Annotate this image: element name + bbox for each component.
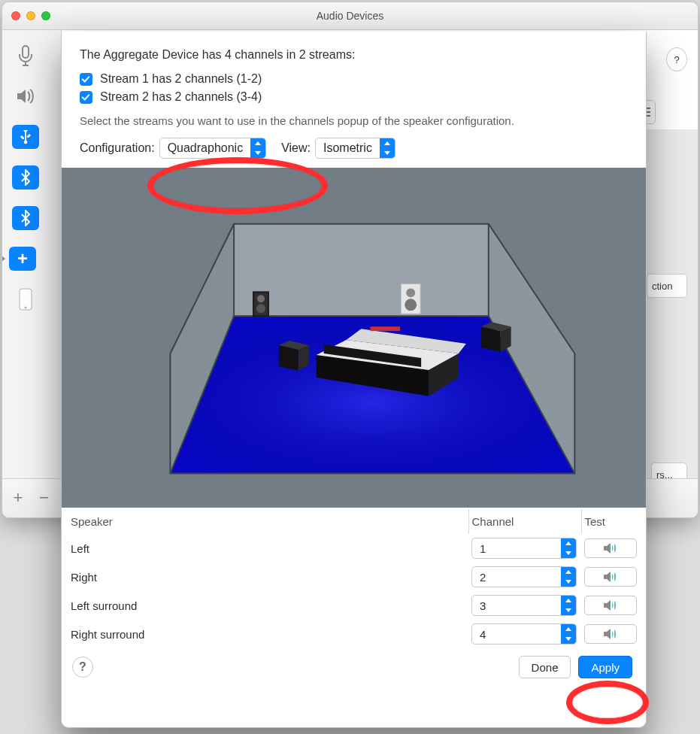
- view-label: View:: [281, 141, 311, 155]
- test-button[interactable]: [584, 596, 637, 615]
- stepper-icon: [561, 624, 576, 644]
- device-sidebar: +: [2, 30, 61, 478]
- speaker-icon[interactable]: [10, 81, 41, 111]
- microphone-icon[interactable]: [10, 41, 41, 71]
- view-value: Isometric: [316, 141, 380, 155]
- svg-point-4: [25, 307, 27, 309]
- table-row: Right surround 4: [68, 620, 640, 648]
- stepper-icon: [561, 567, 576, 587]
- svg-rect-0: [23, 46, 29, 58]
- window-title: Audio Devices: [2, 10, 698, 22]
- test-button[interactable]: [584, 624, 637, 644]
- svg-point-23: [406, 288, 415, 297]
- bluetooth-device-icon[interactable]: [10, 162, 41, 193]
- view-select[interactable]: Isometric: [315, 138, 395, 159]
- aggregate-device-icon[interactable]: +: [7, 244, 38, 274]
- usb-device-icon[interactable]: [10, 122, 41, 152]
- chevron-right-icon[interactable]: [2, 255, 7, 262]
- sheet-footer: ? Done Apply: [62, 648, 646, 690]
- configuration-value: Quadraphonic: [160, 141, 251, 155]
- channel-select[interactable]: 2: [471, 566, 577, 587]
- col-speaker: Speaker: [68, 509, 468, 534]
- svg-marker-28: [481, 326, 501, 352]
- iphone-icon[interactable]: [10, 284, 41, 314]
- channel-select[interactable]: 3: [471, 595, 577, 616]
- speaker-configuration-sheet: The Aggregate Device has 4 channels in 2…: [61, 32, 647, 728]
- table-row: Left 1: [68, 534, 640, 563]
- speaker-test-icon: [603, 571, 618, 583]
- svg-point-20: [257, 295, 265, 302]
- configuration-select[interactable]: Quadraphonic: [159, 138, 267, 159]
- test-button[interactable]: [584, 538, 637, 558]
- svg-point-21: [256, 304, 265, 313]
- svg-marker-10: [234, 224, 489, 317]
- help-button[interactable]: ?: [72, 657, 93, 678]
- speaker-test-icon: [603, 628, 618, 640]
- apply-button[interactable]: Apply: [578, 656, 632, 678]
- table-row: Right 2: [68, 563, 640, 591]
- help-button[interactable]: ?: [666, 47, 687, 71]
- channel-select[interactable]: 4: [471, 623, 577, 645]
- speaker-test-icon: [603, 599, 618, 611]
- channel-select[interactable]: 1: [471, 538, 577, 559]
- checkbox-icon: [80, 73, 92, 86]
- speaker-name: Left surround: [68, 591, 468, 620]
- stream-checkbox-1[interactable]: Stream 1 has 2 channels (1-2): [80, 72, 628, 86]
- speaker-test-icon: [603, 542, 618, 554]
- stepper-icon: [250, 138, 265, 158]
- stream-checkbox-2[interactable]: Stream 2 has 2 channels (3-4): [80, 90, 628, 104]
- configuration-label: Configuration:: [80, 141, 155, 155]
- done-button[interactable]: Done: [519, 656, 571, 678]
- checkbox-icon: [80, 91, 92, 104]
- stream-label: Stream 1 has 2 channels (1-2): [100, 72, 262, 86]
- speaker-name: Left: [68, 534, 468, 563]
- bluetooth-device-icon[interactable]: [10, 203, 41, 233]
- stream-label: Stream 2 has 2 channels (3-4): [100, 90, 262, 104]
- svg-rect-36: [370, 326, 400, 331]
- table-row: Left surround 3: [68, 591, 640, 620]
- speaker-table: Speaker Channel Test Left 1: [68, 509, 640, 648]
- titlebar: Audio Devices: [2, 2, 698, 30]
- room-visualisation[interactable]: [62, 168, 646, 508]
- test-button[interactable]: [584, 567, 637, 587]
- hint-text: Select the streams you want to use in th…: [80, 114, 628, 127]
- speaker-name: Right: [68, 563, 468, 591]
- svg-point-24: [405, 299, 417, 311]
- speaker-name: Right surround: [68, 620, 468, 648]
- col-test: Test: [581, 509, 640, 534]
- truncated-action-button[interactable]: ction: [647, 274, 687, 298]
- stepper-icon: [561, 596, 576, 615]
- stepper-icon: [380, 138, 395, 158]
- col-channel: Channel: [468, 509, 581, 534]
- add-button[interactable]: +: [7, 488, 29, 508]
- sheet-heading: The Aggregate Device has 4 channels in 2…: [80, 48, 628, 62]
- remove-button[interactable]: −: [32, 488, 55, 508]
- stepper-icon: [561, 538, 576, 558]
